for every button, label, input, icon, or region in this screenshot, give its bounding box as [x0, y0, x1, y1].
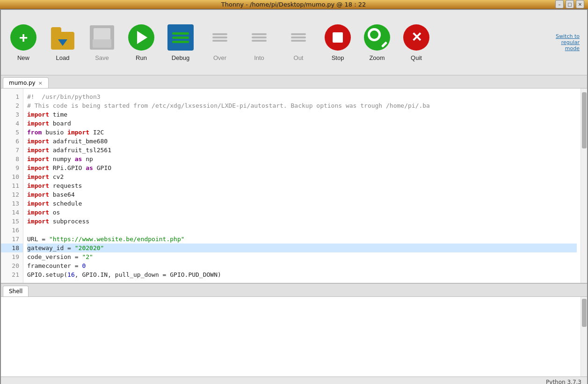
- shell-tab-label: Shell: [9, 288, 22, 295]
- line-18: 18: [1, 244, 23, 252]
- title-bar: Thonny - /home/pi/Desktop/mumo.py @ 18 :…: [0, 0, 588, 9]
- stop-label: Stop: [332, 54, 344, 61]
- over-label: Over: [213, 54, 226, 61]
- line-8: 8: [1, 155, 23, 163]
- load-icon: [50, 25, 76, 50]
- line-10: 10: [1, 172, 23, 181]
- editor-scrollbar-thumb[interactable]: [582, 92, 587, 148]
- editor-scrollbar[interactable]: [581, 89, 587, 283]
- run-icon: [128, 24, 154, 51]
- shell-area: Shell: [1, 283, 587, 377]
- line-5: 5: [1, 128, 23, 137]
- editor-tab-mumo[interactable]: mumo.py ×: [3, 77, 49, 88]
- line-12: 12: [1, 190, 23, 199]
- toolbar: + New Load Save: [1, 10, 587, 75]
- debug-label: Debug: [172, 54, 189, 61]
- over-icon: [207, 24, 233, 51]
- line-1: 1: [1, 92, 23, 101]
- run-button[interactable]: Run: [123, 15, 160, 71]
- quit-label: Quit: [411, 54, 422, 61]
- line-17: 17: [1, 235, 23, 244]
- line-16: 16: [1, 226, 23, 235]
- line-4: 4: [1, 119, 23, 128]
- editor-area: mumo.py × 1 2 3 4 5 6 7 8 9 10 11 12 13 …: [1, 75, 587, 283]
- line-11: 11: [1, 181, 23, 190]
- into-icon: [246, 24, 272, 51]
- quit-icon: ✕: [403, 24, 429, 51]
- save-icon: [90, 25, 114, 50]
- tab-label: mumo.py: [9, 80, 36, 86]
- line-19: 19: [1, 252, 23, 261]
- close-button[interactable]: ✕: [576, 0, 584, 8]
- shell-tabs: Shell: [1, 284, 587, 297]
- quit-button[interactable]: ✕ Quit: [398, 15, 435, 71]
- line-9: 9: [1, 163, 23, 172]
- line-14: 14: [1, 208, 23, 217]
- statusbar: Python 3.7.3: [1, 377, 587, 384]
- save-button[interactable]: Save: [83, 15, 121, 71]
- line-15: 15: [1, 217, 23, 226]
- over-button[interactable]: Over: [201, 15, 239, 71]
- shell-text[interactable]: [1, 297, 581, 377]
- shell-tab[interactable]: Shell: [3, 286, 29, 296]
- tab-close-icon[interactable]: ×: [38, 80, 43, 86]
- code-editor[interactable]: #! /usr/bin/python3 # This code is being…: [23, 89, 581, 283]
- shell-scrollbar-thumb[interactable]: [582, 299, 587, 327]
- zoom-label: Zoom: [369, 54, 385, 61]
- new-label: New: [17, 54, 29, 61]
- new-button[interactable]: + New: [5, 15, 42, 71]
- zoom-button[interactable]: Zoom: [358, 15, 396, 71]
- load-button[interactable]: Load: [44, 15, 81, 71]
- out-button[interactable]: Out: [280, 15, 317, 71]
- into-label: Into: [254, 54, 264, 61]
- shell-content[interactable]: [1, 297, 587, 377]
- editor-content[interactable]: 1 2 3 4 5 6 7 8 9 10 11 12 13 14 15 16 1…: [1, 89, 587, 283]
- tabs-bar: mumo.py ×: [1, 75, 587, 89]
- line-20: 20: [1, 261, 23, 270]
- run-label: Run: [136, 54, 147, 61]
- window-title: Thonny - /home/pi/Desktop/mumo.py @ 18 :…: [32, 1, 555, 8]
- line-7: 7: [1, 146, 23, 155]
- line-2: 2: [1, 101, 23, 110]
- window-controls[interactable]: – □ ✕: [555, 0, 584, 8]
- line-13: 13: [1, 199, 23, 208]
- out-icon: [285, 24, 312, 51]
- line-21: 21: [1, 270, 23, 279]
- line-3: 3: [1, 110, 23, 119]
- zoom-icon: [364, 24, 390, 51]
- main-window: + New Load Save: [0, 9, 588, 384]
- new-icon: +: [10, 24, 36, 51]
- out-label: Out: [294, 54, 304, 61]
- switch-mode-link[interactable]: Switch to regular mode: [546, 31, 583, 53]
- debug-icon: [167, 24, 194, 51]
- line-numbers: 1 2 3 4 5 6 7 8 9 10 11 12 13 14 15 16 1…: [1, 89, 23, 283]
- python-version: Python 3.7.3: [546, 379, 581, 384]
- shell-scrollbar[interactable]: [581, 297, 587, 377]
- maximize-button[interactable]: □: [566, 0, 574, 8]
- stop-icon: [325, 24, 351, 51]
- line-6: 6: [1, 137, 23, 146]
- minimize-button[interactable]: –: [555, 0, 564, 8]
- load-label: Load: [56, 54, 70, 61]
- stop-button[interactable]: Stop: [319, 15, 356, 71]
- save-label: Save: [95, 54, 109, 61]
- debug-button[interactable]: Debug: [162, 15, 199, 71]
- into-button[interactable]: Into: [240, 15, 278, 71]
